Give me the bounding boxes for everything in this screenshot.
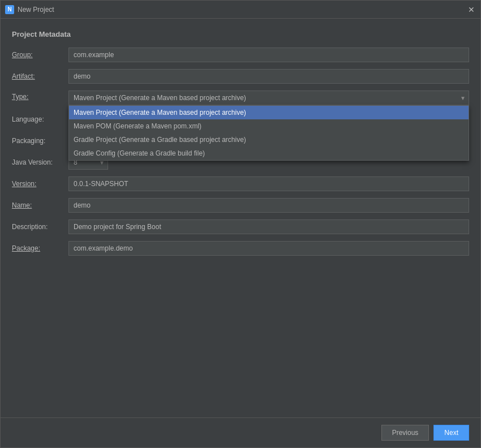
description-row: Description: (12, 219, 469, 234)
java-version-label: Java Version: (12, 158, 68, 166)
new-project-window: N New Project ✕ Project Metadata Group: … (0, 0, 481, 448)
title-bar: N New Project ✕ (1, 1, 480, 19)
dropdown-item-1[interactable]: Maven POM (Generate a Maven pom.xml) (69, 119, 469, 133)
type-label: Type: (12, 93, 68, 101)
artifact-row: Artifact: (12, 69, 469, 84)
previous-button[interactable]: Previous (381, 425, 430, 441)
type-row: Type: Maven Project (Generate a Maven ba… (12, 91, 469, 105)
language-label: Language: (12, 115, 68, 123)
version-label: Version: (12, 180, 68, 188)
version-row: Version: (12, 176, 469, 191)
group-row: Group: (12, 48, 469, 62)
next-button[interactable]: Next (433, 425, 469, 441)
type-select[interactable]: Maven Project (Generate a Maven based pr… (68, 91, 469, 105)
packaging-label: Packaging: (12, 137, 68, 145)
group-label: Group: (12, 51, 68, 59)
description-input[interactable] (68, 219, 469, 234)
type-dropdown-menu: Maven Project (Generate a Maven based pr… (68, 105, 469, 161)
app-icon: N (5, 5, 14, 14)
section-title: Project Metadata (12, 30, 469, 38)
dropdown-item-2[interactable]: Gradle Project (Generate a Gradle based … (69, 133, 469, 147)
dropdown-item-3[interactable]: Gradle Config (Generate a Gradle build f… (69, 147, 469, 160)
close-button[interactable]: ✕ (467, 5, 476, 14)
package-input[interactable] (68, 241, 469, 256)
type-select-wrapper: Maven Project (Generate a Maven based pr… (68, 91, 469, 105)
name-label: Name: (12, 201, 68, 209)
footer: Previous Next (1, 418, 480, 447)
description-label: Description: (12, 223, 68, 231)
content-area: Project Metadata Group: Artifact: Type: … (1, 19, 480, 417)
name-input[interactable] (68, 198, 469, 213)
package-row: Package: (12, 241, 469, 256)
dropdown-item-0[interactable]: Maven Project (Generate a Maven based pr… (69, 106, 469, 119)
artifact-label: Artifact: (12, 72, 68, 80)
window-title: New Project (18, 6, 467, 14)
name-row: Name: (12, 198, 469, 213)
package-label: Package: (12, 244, 68, 252)
version-input[interactable] (68, 176, 469, 191)
artifact-input[interactable] (68, 69, 469, 84)
group-input[interactable] (68, 48, 469, 62)
